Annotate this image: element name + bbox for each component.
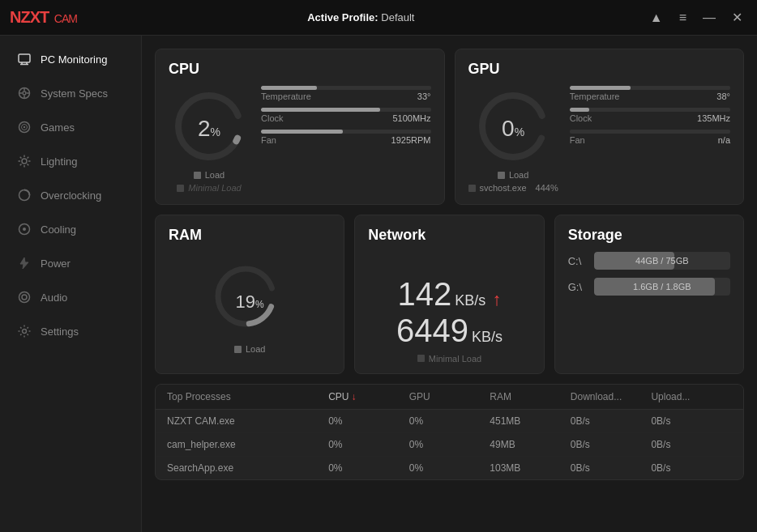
network-min-dot-icon: [417, 355, 425, 362]
sidebar-label-cooling: Cooling: [41, 223, 76, 236]
col-header-cpu[interactable]: CPU ↓: [328, 391, 409, 402]
network-card: Network 142 KB/s ↑ 6449 KB/s Minimal Loa…: [354, 215, 544, 374]
monitor-icon: [16, 51, 32, 67]
window-controls: ▲ ≡ — ✕: [645, 8, 747, 27]
lighting-icon: [16, 153, 32, 169]
network-upload-row: 142 KB/s ↑: [398, 276, 502, 313]
col-header-upload: Upload...: [651, 391, 732, 402]
svg-line-21: [20, 164, 22, 166]
col-header-gpu: GPU: [409, 391, 490, 402]
sidebar-item-settings[interactable]: Settings: [3, 315, 138, 347]
gpu-stats: Temperature 38° Clock 135MHz: [570, 86, 730, 145]
sidebar-item-pc-monitoring[interactable]: PC Monitoring: [3, 43, 138, 75]
cpu-clock-stat: Clock 5100MHz: [261, 108, 431, 123]
gpu-load-dot-icon: [498, 172, 505, 179]
drive-g-bar: 1.6GB / 1.8GB: [594, 278, 730, 296]
process-ul-1: 0B/s: [651, 439, 732, 450]
network-inner: 142 KB/s ↑ 6449 KB/s Minimal Load: [368, 252, 530, 387]
main-content: CPU 2%: [142, 36, 757, 532]
process-cpu-1: 0%: [328, 439, 409, 450]
cooling-icon: [16, 221, 32, 237]
title-bar: NZXT CAM Active Profile: Default ▲ ≡ — ✕: [0, 0, 757, 36]
ram-card: RAM 19%: [155, 215, 344, 374]
svg-point-24: [23, 228, 26, 231]
power-icon: [16, 255, 32, 271]
svg-line-20: [28, 157, 29, 159]
process-dl-0: 0B/s: [571, 415, 652, 427]
table-row: NZXT CAM.exe 0% 0% 451MB 0B/s 0B/s: [156, 410, 743, 433]
col-header-name: Top Processes: [167, 391, 328, 402]
cpu-gauge: 2%: [169, 86, 250, 167]
svg-point-28: [23, 330, 27, 334]
process-name-2: SearchApp.exe: [167, 462, 328, 474]
sidebar-item-games[interactable]: Games: [3, 111, 138, 143]
gpu-process-dot-icon: [468, 185, 476, 192]
sidebar-label-games: Games: [41, 121, 75, 134]
minimize-btn[interactable]: —: [698, 9, 721, 27]
process-ul-0: 0B/s: [651, 415, 732, 427]
process-cpu-0: 0%: [328, 415, 409, 427]
svg-point-5: [23, 92, 26, 95]
main-layout: PC Monitoring System Specs: [0, 36, 757, 532]
gpu-title: GPU: [468, 61, 731, 78]
sidebar-label-lighting: Lighting: [41, 155, 78, 168]
svg-point-26: [19, 292, 30, 303]
svg-marker-25: [20, 257, 28, 269]
network-title: Network: [368, 227, 530, 244]
sidebar-label-overclocking: Overclocking: [41, 189, 101, 202]
cpu-stats: Temperature 33° Clock 5100MHz: [261, 86, 431, 145]
sidebar-item-power[interactable]: Power: [3, 247, 138, 279]
sidebar: PC Monitoring System Specs: [0, 36, 142, 532]
svg-rect-0: [19, 54, 30, 62]
bottom-cards-row: RAM 19%: [155, 215, 744, 374]
sidebar-item-cooling[interactable]: Cooling: [3, 213, 138, 245]
table-row: cam_helper.exe 0% 0% 49MB 0B/s 0B/s: [156, 433, 743, 457]
audio-icon: [16, 289, 32, 305]
process-cpu-2: 0%: [328, 462, 409, 474]
storage-drive-g: G:\ 1.6GB / 1.8GB: [568, 278, 730, 296]
process-ul-2: 0B/s: [651, 462, 732, 474]
menu-btn[interactable]: ≡: [674, 9, 691, 27]
sidebar-item-overclocking[interactable]: Overclocking: [3, 179, 138, 211]
app-logo: NZXT CAM: [10, 8, 77, 27]
cpu-inner: 2% Load Minimal Load: [169, 86, 431, 193]
profile-up-btn[interactable]: ▲: [645, 9, 668, 27]
top-cards-row: CPU 2%: [155, 49, 744, 205]
col-header-download: Download...: [571, 391, 652, 402]
storage-title: Storage: [568, 227, 730, 244]
ram-load-label: Load: [234, 344, 265, 354]
svg-point-12: [24, 126, 25, 128]
process-name-0: NZXT CAM.exe: [167, 415, 328, 427]
process-dl-2: 0B/s: [571, 462, 652, 474]
sidebar-item-audio[interactable]: Audio: [3, 281, 138, 313]
gpu-clock-stat: Clock 135MHz: [570, 108, 730, 123]
gpu-fan-stat: Fan n/a: [570, 130, 730, 145]
network-minimal-load: Minimal Load: [417, 354, 481, 364]
process-ram-1: 49MB: [490, 439, 571, 450]
close-btn[interactable]: ✕: [727, 8, 747, 27]
table-header: Top Processes CPU ↓ GPU RAM Download... …: [156, 385, 743, 410]
games-icon: [16, 119, 32, 135]
processes-table: Top Processes CPU ↓ GPU RAM Download... …: [155, 384, 744, 480]
ram-title: RAM: [169, 227, 331, 244]
svg-point-27: [22, 295, 27, 300]
gpu-card: GPU 0% Load: [455, 49, 745, 205]
gpu-gauge-area: 0% Load svchost.exe 444%: [468, 86, 558, 193]
system-specs-icon: [16, 85, 32, 101]
ram-gauge: 19%: [209, 260, 290, 341]
table-row: SearchApp.exe 0% 0% 103MB 0B/s 0B/s: [156, 457, 743, 479]
sidebar-item-lighting[interactable]: Lighting: [3, 145, 138, 177]
svg-point-13: [22, 159, 27, 164]
ram-load-dot-icon: [234, 346, 242, 353]
svg-line-18: [20, 157, 22, 159]
gpu-percent-display: 0%: [502, 116, 524, 142]
gpu-process-label: svchost.exe 444%: [468, 183, 558, 193]
sidebar-label-settings: Settings: [41, 326, 79, 338]
process-gpu-0: 0%: [409, 415, 490, 427]
cpu-title: CPU: [169, 61, 431, 78]
sidebar-item-system-specs[interactable]: System Specs: [3, 77, 138, 109]
gpu-gauge: 0%: [473, 86, 554, 167]
storage-inner: C:\ 44GB / 75GB G:\ 1.6GB / 1.8GB: [568, 252, 730, 296]
storage-drive-c: C:\ 44GB / 75GB: [568, 252, 730, 270]
storage-card: Storage C:\ 44GB / 75GB G:\ 1.6GB / 1: [554, 215, 744, 374]
